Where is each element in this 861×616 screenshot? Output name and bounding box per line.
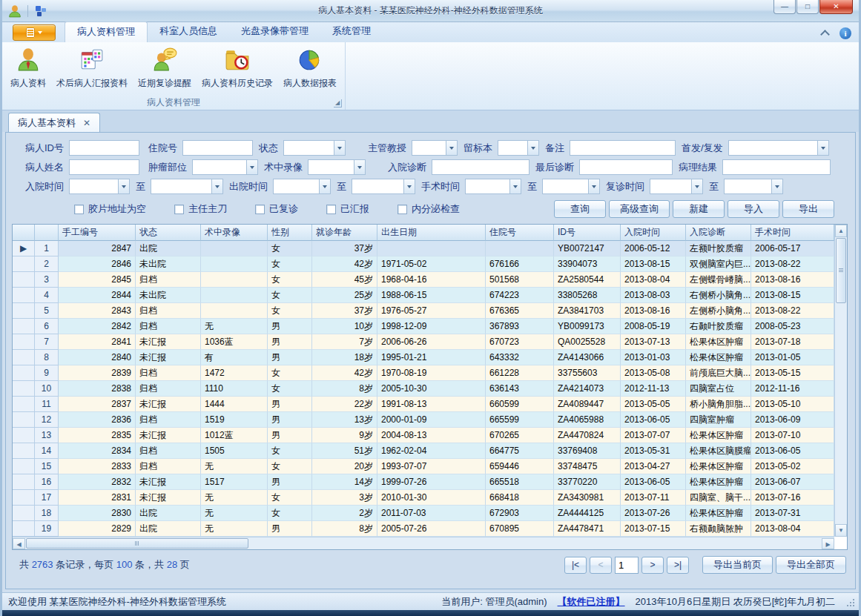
table-row[interactable]: 162832未汇报1517男14岁1999-07-266655183377022… [13,474,834,490]
discharge-to-dropdown[interactable] [352,179,415,194]
discharge-to-dropdown-value[interactable] [352,179,403,193]
revisit-from-dropdown-value[interactable] [650,179,691,193]
minimize-button[interactable]: — [773,0,796,14]
ribbon-button-patient-info[interactable]: 病人资料 [5,44,51,96]
chevron-down-icon[interactable] [246,160,257,174]
group-dialog-launcher-icon[interactable]: ◢ [334,99,342,107]
import-button[interactable]: 导入 [728,200,779,218]
remark-input[interactable] [570,140,676,156]
next-page-button[interactable]: > [641,557,664,574]
first-or-relapse-dropdown[interactable] [728,140,829,156]
status-dropdown-value[interactable] [284,141,334,155]
admit-from-dropdown-value[interactable] [70,179,118,193]
tumor-site-dropdown-value[interactable] [193,160,246,174]
ribbon-tab-system[interactable]: 系统管理 [320,21,383,42]
table-row[interactable]: 102838归档1110女8岁2005-10-30636143ZA4214073… [13,381,834,397]
chevron-down-icon[interactable] [588,179,599,193]
table-row[interactable]: 112837未汇报1444男22岁1991-08-13660599ZA40894… [13,397,834,412]
specimen-dropdown-value[interactable] [498,141,527,155]
table-row[interactable]: 22846未出院女42岁1971-05-02676166339040732013… [13,256,834,272]
chevron-down-icon[interactable] [319,179,330,193]
ribbon-button-history-record[interactable]: 病人资料历史记录 [197,44,278,96]
query-button[interactable]: 查询 [554,200,606,218]
admit-from-dropdown[interactable] [69,179,130,194]
endocrine-check-checkbox-item[interactable]: 内分泌检查 [397,202,460,216]
surgery-video-dropdown[interactable] [308,159,366,175]
ribbon-button-data-report[interactable]: 病人数据报表 [278,44,342,96]
horizontal-scrollbar[interactable]: ◀ ▶ [13,537,834,549]
endocrine-check-checkbox[interactable] [397,205,407,214]
tab-close-icon[interactable]: ✕ [83,118,90,128]
chevron-down-icon[interactable] [691,179,702,193]
table-row[interactable]: 32845归档女45岁1968-04-16501568ZA25805442013… [13,272,834,288]
film-address-empty-checkbox[interactable] [74,205,84,214]
horizontal-scroll-thumb[interactable] [26,538,248,549]
tumor-site-dropdown[interactable] [192,159,258,175]
advanced-query-button[interactable]: 高级查询 [609,200,670,218]
reported-checkbox-item[interactable]: 已汇报 [326,202,369,216]
grid-header-手术时间[interactable]: 手术时间 [751,225,834,241]
last-page-button[interactable]: >| [667,557,689,574]
table-row[interactable]: 52843归档女37岁1976-05-27676365ZA38417032013… [13,303,834,319]
first-or-relapse-dropdown-value[interactable] [729,141,817,155]
table-row[interactable]: 152833归档无女20岁1993-07-0765944633748475201… [13,459,834,474]
close-button[interactable]: ✕ [819,0,853,14]
ribbon-tab-disc-tape[interactable]: 光盘录像带管理 [229,21,320,42]
attending-professor-dropdown[interactable] [412,140,458,156]
about-icon[interactable]: i [839,27,851,39]
grid-header-手工编号[interactable]: 手工编号 [59,225,136,241]
grid-header-rownum[interactable] [35,225,59,241]
table-row[interactable]: 132835未汇报1012蓝男9岁2004-08-13670265ZA44708… [13,428,834,443]
inpatient-no-input[interactable] [182,140,253,156]
table-row[interactable]: 192829出院无男8岁2005-07-26670895ZA4478471201… [13,521,834,537]
ribbon-button-post-op-report[interactable]: 术后病人汇报资料 [51,44,133,96]
maximize-button[interactable]: □ [796,0,819,14]
specimen-dropdown[interactable] [498,140,539,156]
chevron-down-icon[interactable] [817,141,828,155]
surgery-from-dropdown[interactable] [465,179,521,194]
grid-header-入院诊断[interactable]: 入院诊断 [686,225,751,241]
patient-id-input[interactable] [69,140,139,156]
revisited-checkbox[interactable] [255,205,265,214]
discharge-from-dropdown[interactable] [273,179,331,194]
table-row[interactable]: 182830出院无女2岁2011-07-03672903ZA4444125201… [13,506,834,521]
grid-header-indicator[interactable] [13,225,35,241]
admit-to-dropdown[interactable] [151,179,223,194]
export-button[interactable]: 导出 [782,200,834,218]
resize-grip[interactable] [845,597,854,606]
quick-launch-icon[interactable] [34,4,47,18]
collapse-ribbon-icon[interactable] [820,30,829,36]
grid-header-术中录像[interactable]: 术中录像 [201,225,268,241]
revisit-from-dropdown[interactable] [650,179,703,194]
table-row[interactable]: 172831未汇报无女3岁2010-01-30668418ZA343098120… [13,490,834,506]
reported-checkbox[interactable] [326,205,336,214]
grid-header-状态[interactable]: 状态 [136,225,201,241]
ribbon-tab-patient-management[interactable]: 病人资料管理 [65,21,148,42]
chevron-down-icon[interactable] [354,160,365,174]
vertical-scrollbar[interactable]: ▲ ▼ [834,225,847,537]
register-status-link[interactable]: 【软件已注册】 [558,595,625,609]
new-button[interactable]: 新建 [673,200,725,218]
export-all-pages-button[interactable]: 导出全部页 [776,556,846,574]
chevron-down-icon[interactable] [446,141,457,155]
scroll-left-icon[interactable]: ◀ [13,538,25,549]
chevron-down-icon[interactable] [527,141,538,155]
patient-name-input[interactable] [69,159,139,175]
revisited-checkbox-item[interactable]: 已复诊 [255,202,298,216]
scroll-down-icon[interactable]: ▼ [835,524,847,537]
chevron-down-icon[interactable] [403,179,415,193]
table-row[interactable]: 62842归档无男10岁1998-12-09367893YB0099173200… [13,319,834,334]
grid-header-出生日期[interactable]: 出生日期 [377,225,486,241]
grid-header-ID号[interactable]: ID号 [554,225,621,241]
table-row[interactable]: 42844未出院女25岁1988-06-15674223338052682013… [13,288,834,303]
status-dropdown[interactable] [283,140,346,156]
surgery-from-dropdown-value[interactable] [466,179,509,193]
scroll-up-icon[interactable]: ▲ [835,225,847,237]
app-menu-button[interactable] [13,24,56,41]
grid-header-住院号[interactable]: 住院号 [486,225,554,241]
first-page-button[interactable]: |< [564,557,587,574]
page-number-input[interactable] [615,557,639,574]
revisit-to-dropdown[interactable] [724,179,783,194]
chief-surgeon-checkbox[interactable] [174,205,184,214]
table-row[interactable]: 82840未汇报有男18岁1995-01-21643332ZA414306620… [13,350,834,365]
